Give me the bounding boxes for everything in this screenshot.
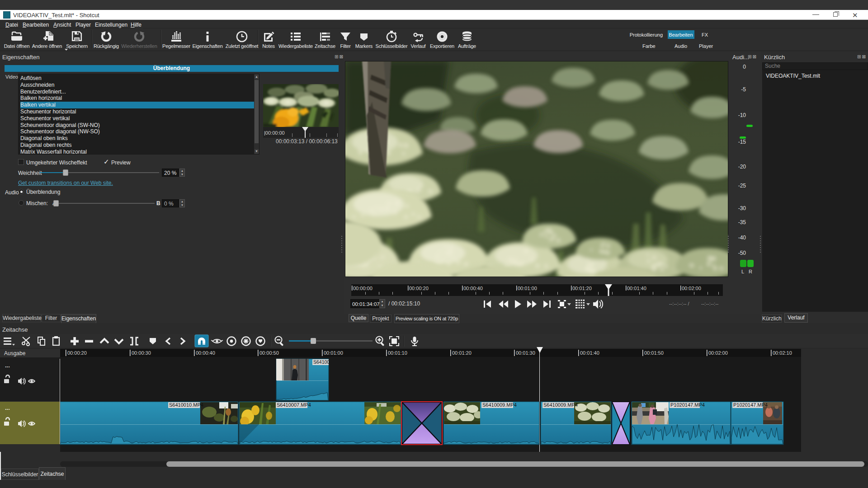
- svg-text:-40: -40: [738, 235, 746, 241]
- svg-text:S6410007.MP4: S6410007.MP4: [277, 402, 311, 408]
- svg-text:Zuletzt geöffnet: Zuletzt geöffnet: [226, 43, 259, 49]
- svg-text:Filter: Filter: [340, 43, 351, 49]
- svg-text:Markers: Markers: [355, 43, 373, 49]
- svg-text:...: ...: [5, 362, 10, 369]
- svg-text:-35: -35: [738, 219, 746, 225]
- svg-text:00:00:40: 00:00:40: [463, 286, 483, 291]
- svg-text:Player: Player: [699, 43, 713, 49]
- svg-text:Datei öffnen: Datei öffnen: [4, 43, 30, 49]
- svg-text:P1020147.MP4: P1020147.MP4: [670, 402, 705, 408]
- svg-text:Notes: Notes: [262, 43, 275, 49]
- svg-text:Schlüsselbilder: Schlüsselbilder: [376, 43, 408, 49]
- svg-text:FX: FX: [702, 32, 708, 38]
- svg-text:-30: -30: [738, 205, 746, 211]
- svg-text:S64100: S64100: [313, 359, 330, 365]
- svg-text:Wiedergabeliste: Wiedergabeliste: [278, 43, 313, 49]
- svg-text:S6410009.MP4: S6410009.MP4: [482, 402, 517, 408]
- svg-text:Zeitachse: Zeitachse: [315, 43, 335, 49]
- svg-text:-25: -25: [738, 183, 746, 189]
- svg-text:L: L: [741, 269, 744, 274]
- svg-text:00:01:20: 00:01:20: [572, 286, 592, 291]
- svg-text:Rückgängig: Rückgängig: [94, 43, 119, 49]
- svg-text:Exportieren: Exportieren: [430, 43, 454, 49]
- svg-text:...: ...: [5, 404, 10, 411]
- svg-text:00:01:40: 00:01:40: [627, 286, 646, 291]
- svg-text:Pegelmesser: Pegelmesser: [162, 43, 191, 49]
- svg-text:Audio: Audio: [675, 43, 687, 49]
- svg-text:Farbe: Farbe: [642, 43, 656, 49]
- svg-text:Eigenschaften: Eigenschaften: [192, 43, 222, 49]
- svg-text:S6410010.MP4: S6410010.MP4: [169, 402, 203, 408]
- svg-text:00:01:00: 00:01:00: [518, 286, 537, 291]
- svg-text:-10: -10: [738, 112, 746, 118]
- svg-text:Verlauf: Verlauf: [411, 43, 426, 49]
- svg-text:Aufträge: Aufträge: [458, 43, 476, 49]
- svg-text:00:00:20: 00:00:20: [409, 286, 429, 291]
- svg-text:0: 0: [743, 64, 746, 70]
- svg-text:00:02:00: 00:02:00: [682, 286, 701, 291]
- svg-text:-50: -50: [738, 250, 746, 256]
- svg-text:Andere öffnen: Andere öffnen: [32, 43, 62, 49]
- svg-text:Bearbeiten: Bearbeiten: [669, 32, 693, 38]
- svg-text:00:00:00: 00:00:00: [353, 286, 373, 291]
- svg-text:S6410009.MP4: S6410009.MP4: [543, 402, 578, 408]
- svg-text:-5: -5: [741, 86, 746, 93]
- svg-text:Protokollierung: Protokollierung: [630, 32, 663, 38]
- svg-text:P1020147.MP4: P1020147.MP4: [733, 402, 768, 408]
- svg-text:-20: -20: [738, 164, 746, 170]
- svg-text:Speichern: Speichern: [66, 43, 88, 49]
- svg-text:R: R: [749, 269, 752, 274]
- svg-text:Wiederherstellen: Wiederherstellen: [121, 43, 157, 49]
- svg-text:-15: -15: [738, 139, 746, 145]
